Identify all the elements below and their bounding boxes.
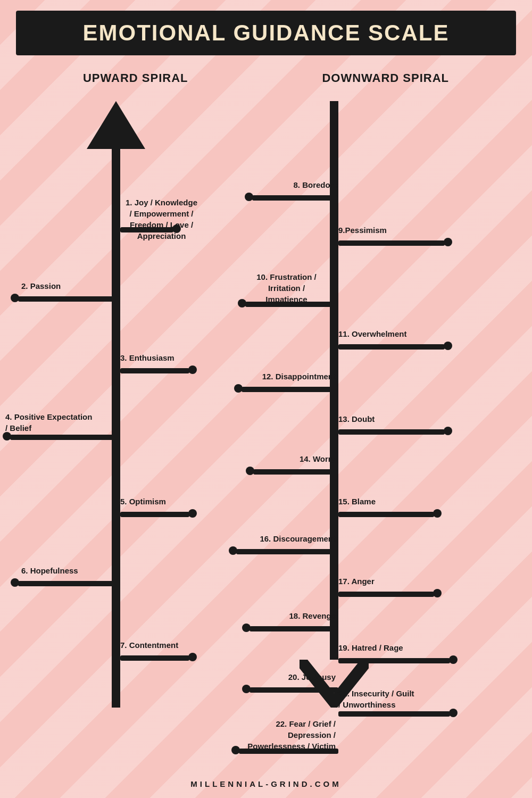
main-content: 1. Joy / Knowledge/ Empowerment /Freedom…: [0, 90, 532, 761]
emotion-label-20: 20. Jealousy: [243, 671, 336, 683]
emotion-label-19: 19. Hatred / Rage: [338, 642, 403, 653]
emotion-label-2: 2. Passion: [21, 280, 61, 292]
emotion-label-16: 16. Discouragement: [229, 533, 336, 544]
emotion-label-4: 4. Positive Expectation/ Belief: [5, 411, 92, 434]
left-emotion-2: 2. Passion: [11, 295, 119, 302]
right-emotion-9: 9.Pessimism: [338, 239, 452, 246]
right-emotion-12: 12. Disappointment: [234, 386, 338, 393]
footer: MILLENNIAL-GRIND.COM: [0, 779, 532, 788]
left-emotion-4: 4. Positive Expectation/ Belief: [3, 434, 119, 440]
emotion-label-10: 10. Frustration /Irritation /Impatience: [237, 271, 336, 305]
left-arrow: [112, 101, 120, 708]
right-emotion-11: 11. Overwhelment: [338, 343, 452, 350]
right-emotion-17: 17. Anger: [338, 591, 442, 597]
right-emotion-10: 10. Frustration /Irritation /Impatience: [238, 301, 338, 307]
arrow-up-head: [87, 101, 145, 149]
emotion-label-1: 1. Joy / Knowledge/ Empowerment /Freedom…: [120, 197, 203, 242]
emotion-label-13: 13. Doubt: [338, 413, 375, 425]
column-headers: UPWARD SPIRAL DOWNWARD SPIRAL: [0, 71, 532, 85]
emotion-label-14: 14. Worry: [243, 453, 336, 464]
left-column-header: UPWARD SPIRAL: [83, 71, 188, 85]
right-column-header: DOWNWARD SPIRAL: [322, 71, 449, 85]
arrow-up-shaft: [112, 144, 120, 708]
emotion-label-3: 3. Enthusiasm: [120, 352, 174, 363]
right-emotion-20: 20. Jealousy: [242, 686, 338, 693]
emotion-label-6: 6. Hopefulness: [21, 565, 78, 576]
right-emotion-18: 18. Revenge: [242, 625, 338, 632]
right-emotion-21: 21. Insecurity / Guilt/ Unworthiness: [338, 710, 458, 717]
left-emotion-3: 3. Enthusiasm: [120, 367, 197, 374]
page-title: EMOTIONAL GUIDANCE SCALE: [27, 20, 505, 46]
emotion-label-17: 17. Anger: [338, 576, 375, 587]
emotion-label-12: 12. Disappointment: [232, 371, 336, 382]
right-emotion-15: 15. Blame: [338, 511, 442, 518]
left-emotion-6: 6. Hopefulness: [11, 580, 119, 587]
right-emotion-8: 8. Boredom: [245, 194, 337, 201]
emotion-label-21: 21. Insecurity / Guilt/ Unworthiness: [338, 688, 414, 710]
emotion-label-15: 15. Blame: [338, 496, 376, 507]
right-emotion-13: 13. Doubt: [338, 428, 452, 435]
emotion-label-11: 11. Overwhelment: [338, 328, 406, 339]
left-emotion-1: 1. Joy / Knowledge/ Empowerment /Freedom…: [120, 226, 181, 233]
right-emotion-14: 14. Worry: [246, 468, 338, 475]
emotion-label-9: 9.Pessimism: [338, 225, 387, 236]
title-bar: EMOTIONAL GUIDANCE SCALE: [16, 11, 516, 55]
right-emotion-16: 16. Discouragement: [229, 548, 338, 555]
emotion-label-7: 7. Contentment: [120, 639, 178, 651]
right-emotion-19: 19. Hatred / Rage: [338, 657, 458, 664]
right-emotion-22: 22. Fear / Grief /Depression /Powerlessn…: [231, 747, 338, 754]
left-emotion-5: 5. Optimism: [120, 511, 197, 518]
emotion-label-5: 5. Optimism: [120, 496, 166, 507]
emotion-label-18: 18. Revenge: [243, 610, 336, 621]
footer-text: MILLENNIAL-GRIND.COM: [190, 779, 341, 788]
emotion-label-8: 8. Boredom: [247, 179, 337, 190]
left-emotion-7: 7. Contentment: [120, 654, 197, 661]
emotion-label-22: 22. Fear / Grief /Depression /Powerlessn…: [229, 718, 336, 752]
